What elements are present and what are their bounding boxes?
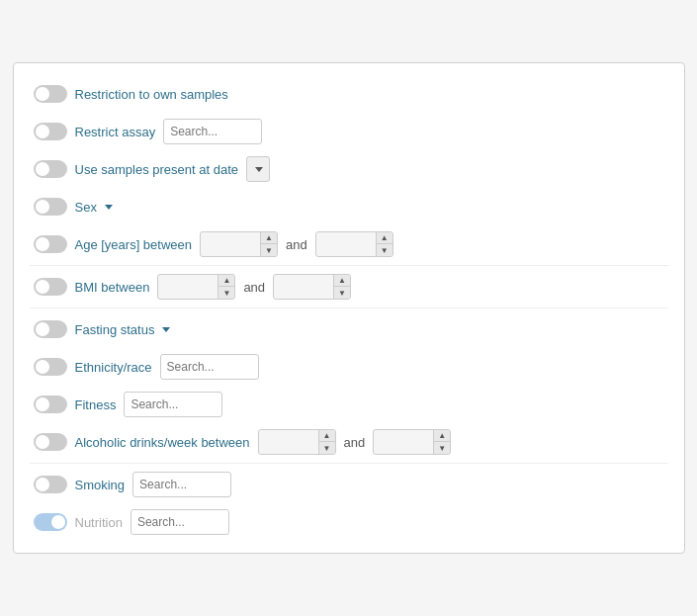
toggle-restrict-assay[interactable] xyxy=(34,123,67,140)
bmi-max-spinners: ▲ ▼ xyxy=(333,274,350,300)
label-restriction: Restriction to own samples xyxy=(75,87,228,102)
bmi-min-spin-down[interactable]: ▼ xyxy=(218,287,234,300)
alc-min-spinners: ▲ ▼ xyxy=(318,429,335,455)
search-nutrition[interactable] xyxy=(131,509,229,535)
toggle-ethnicity[interactable] xyxy=(34,358,67,376)
alc-min-spin-down[interactable]: ▼ xyxy=(319,442,335,455)
bmi-min-spinners: ▲ ▼ xyxy=(218,274,234,300)
row-fitness: Fitness xyxy=(30,386,668,423)
label-use-samples: Use samples present at date xyxy=(75,162,238,177)
label-nutrition: Nutrition xyxy=(75,515,123,530)
row-ethnicity: Ethnicity/race xyxy=(30,348,668,386)
toggle-use-samples[interactable] xyxy=(34,160,67,178)
age-min-spinners: ▲ ▼ xyxy=(260,231,277,257)
label-alcoholic: Alcoholic drinks/week between xyxy=(75,435,250,450)
bmi-and-label: and xyxy=(243,280,265,295)
toggle-age[interactable] xyxy=(34,235,67,253)
alc-min-input-wrap: ▲ ▼ xyxy=(258,429,336,455)
age-max-input[interactable] xyxy=(316,232,376,256)
toggle-bmi[interactable] xyxy=(34,278,67,296)
row-nutrition: Nutrition xyxy=(30,503,668,541)
toggle-fitness[interactable] xyxy=(34,396,67,413)
row-restriction: Restriction to own samples xyxy=(30,75,668,113)
row-use-samples: Use samples present at date xyxy=(30,150,668,188)
bmi-max-input[interactable] xyxy=(274,275,333,299)
row-alcoholic: Alcoholic drinks/week between ▲ ▼ and ▲ … xyxy=(30,423,668,461)
search-smoking[interactable] xyxy=(132,472,231,497)
dropdown-use-samples[interactable] xyxy=(246,156,270,182)
alc-max-input[interactable] xyxy=(374,430,433,454)
label-fitness: Fitness xyxy=(75,397,117,412)
label-fasting: Fasting status xyxy=(75,322,155,337)
toggle-alcoholic[interactable] xyxy=(34,433,67,451)
label-sex: Sex xyxy=(75,200,97,215)
row-sex: Sex xyxy=(30,188,668,225)
row-age: Age [years] between ▲ ▼ and ▲ ▼ xyxy=(30,225,668,263)
age-and-label: and xyxy=(286,237,307,252)
toggle-nutrition[interactable] xyxy=(34,513,67,531)
row-bmi: BMI between ▲ ▼ and ▲ ▼ xyxy=(30,268,668,306)
age-max-spin-up[interactable]: ▲ xyxy=(377,231,392,244)
alc-max-spin-down[interactable]: ▼ xyxy=(434,442,450,455)
bmi-min-input-wrap: ▲ ▼ xyxy=(157,274,235,300)
chevron-down-icon xyxy=(255,167,263,172)
alc-min-spin-up[interactable]: ▲ xyxy=(319,429,335,442)
bmi-max-spin-down[interactable]: ▼ xyxy=(334,287,350,300)
search-fitness[interactable] xyxy=(124,392,222,417)
row-smoking: Smoking xyxy=(30,466,668,503)
age-min-input-wrap: ▲ ▼ xyxy=(200,231,278,257)
label-age: Age [years] between xyxy=(75,237,193,252)
divider-1 xyxy=(30,265,668,266)
toggle-smoking[interactable] xyxy=(34,476,67,493)
toggle-restriction[interactable] xyxy=(34,85,67,103)
row-restrict-assay: Restrict assay xyxy=(30,113,668,150)
sex-chevron-icon xyxy=(105,205,113,210)
divider-3 xyxy=(30,463,668,464)
divider-2 xyxy=(30,308,668,308)
age-min-spin-down[interactable]: ▼ xyxy=(261,244,277,257)
row-fasting: Fasting status xyxy=(30,310,668,348)
bmi-min-spin-up[interactable]: ▲ xyxy=(218,274,234,287)
age-min-spin-up[interactable]: ▲ xyxy=(261,231,277,244)
search-ethnicity[interactable] xyxy=(160,354,259,380)
label-bmi: BMI between xyxy=(75,280,150,295)
alc-and-label: and xyxy=(344,435,366,450)
label-restrict-assay: Restrict assay xyxy=(75,125,156,139)
age-max-spinners: ▲ ▼ xyxy=(376,231,392,257)
toggle-fasting[interactable] xyxy=(34,320,67,338)
bmi-max-input-wrap: ▲ ▼ xyxy=(273,274,351,300)
search-restrict-assay[interactable] xyxy=(163,119,262,144)
age-max-spin-down[interactable]: ▼ xyxy=(377,244,392,257)
label-ethnicity: Ethnicity/race xyxy=(75,360,152,375)
alc-max-spinners: ▲ ▼ xyxy=(433,429,450,455)
toggle-sex[interactable] xyxy=(34,198,67,216)
alc-min-input[interactable] xyxy=(259,430,318,454)
age-max-input-wrap: ▲ ▼ xyxy=(315,231,393,257)
alc-max-input-wrap: ▲ ▼ xyxy=(373,429,451,455)
alc-max-spin-up[interactable]: ▲ xyxy=(434,429,450,442)
bmi-max-spin-up[interactable]: ▲ xyxy=(334,274,350,287)
filter-panel: Restriction to own samples Restrict assa… xyxy=(13,62,685,554)
age-min-input[interactable] xyxy=(201,232,260,256)
label-smoking: Smoking xyxy=(75,478,126,492)
fasting-chevron-icon xyxy=(162,327,170,332)
bmi-min-input[interactable] xyxy=(158,275,218,299)
